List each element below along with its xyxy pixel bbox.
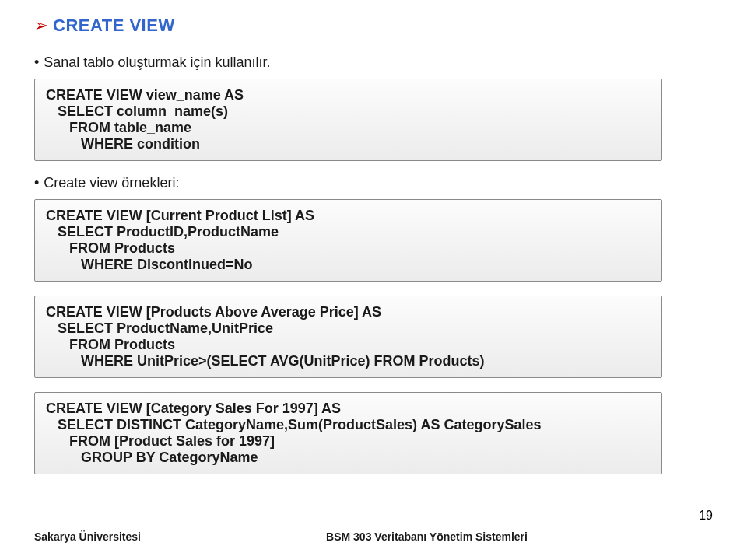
code-line: FROM Products — [46, 240, 651, 257]
slide-title: ➢ CREATE VIEW — [34, 16, 713, 36]
code-line: WHERE UnitPrice>(SELECT AVG(UnitPrice) F… — [46, 353, 651, 369]
bullet-text: Create view örnekleri: — [44, 175, 179, 191]
code-line: CREATE VIEW [Current Product List] AS — [46, 208, 651, 224]
code-line: WHERE Discontinued=No — [46, 257, 651, 273]
footer-center: BSM 303 Veritabanı Yönetim Sistemleri — [326, 530, 528, 543]
code-line: FROM table_name — [46, 120, 651, 136]
code-line: FROM [Product Sales for 1997] — [46, 433, 651, 450]
page-number: 19 — [699, 509, 713, 523]
bullet-text: Sanal tablo oluşturmak için kullanılır. — [44, 54, 270, 71]
code-line: SELECT ProductID,ProductName — [46, 224, 651, 240]
bullet-dot-icon: • — [34, 55, 39, 69]
chevron-right-icon: ➢ — [34, 17, 48, 34]
bullet-dot-icon: • — [34, 176, 39, 190]
code-line: SELECT column_name(s) — [46, 103, 651, 120]
bullet-item: • Sanal tablo oluşturmak için kullanılır… — [34, 54, 713, 71]
code-line: CREATE VIEW [Category Sales For 1997] AS — [46, 401, 651, 417]
code-block-example-2: CREATE VIEW [Products Above Average Pric… — [34, 296, 662, 378]
code-block-syntax: CREATE VIEW view_name AS SELECT column_n… — [34, 79, 662, 161]
code-block-example-1: CREATE VIEW [Current Product List] AS SE… — [34, 199, 662, 282]
title-text: CREATE VIEW — [53, 16, 175, 36]
code-line: CREATE VIEW [Products Above Average Pric… — [46, 304, 651, 320]
code-line: FROM Products — [46, 337, 651, 353]
footer: Sakarya Üniversitesi BSM 303 Veritabanı … — [0, 530, 747, 543]
code-line: CREATE VIEW view_name AS — [46, 87, 651, 103]
code-line: SELECT DISTINCT CategoryName,Sum(Product… — [46, 417, 651, 433]
code-block-example-3: CREATE VIEW [Category Sales For 1997] AS… — [34, 392, 662, 474]
bullet-item: • Create view örnekleri: — [34, 175, 713, 191]
footer-left: Sakarya Üniversitesi — [34, 530, 141, 543]
code-line: WHERE condition — [46, 136, 651, 152]
code-line: GROUP BY CategoryName — [46, 450, 651, 466]
code-line: SELECT ProductName,UnitPrice — [46, 320, 651, 337]
